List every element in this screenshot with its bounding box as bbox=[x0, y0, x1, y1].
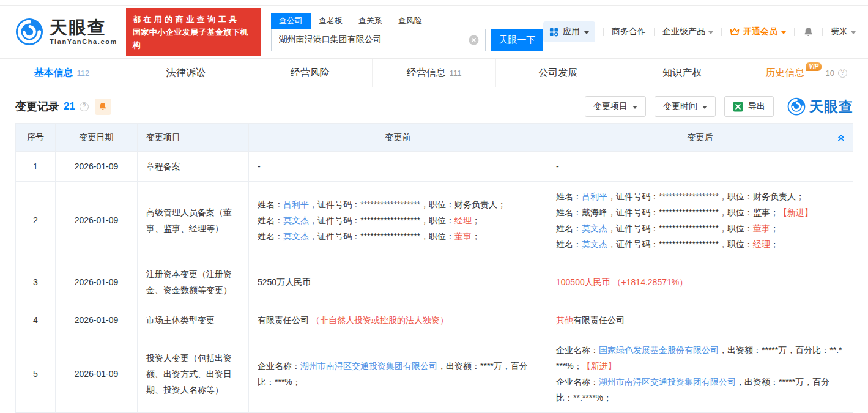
slogan-badge: 都在用的商业查询工具 国家中小企业发展子基金旗下机构 bbox=[126, 8, 261, 56]
cell-text: ，证件号码：******************，职位： bbox=[309, 215, 454, 225]
tab-label: 历史信息 bbox=[765, 67, 804, 80]
entity-link[interactable]: 国家绿色发展基金股份有限公司 bbox=[599, 345, 719, 355]
collapse-double-chevron-icon[interactable] bbox=[837, 133, 845, 142]
cell-text: 姓名： bbox=[258, 231, 283, 241]
cell-text: 5250万人民币 bbox=[258, 277, 311, 287]
col-header-item: 变更项目 bbox=[138, 124, 249, 152]
nav-enterprise-products[interactable]: 企业级产品 bbox=[662, 26, 713, 37]
cell-text: ； bbox=[770, 223, 779, 233]
brand-domain: TianYanCha.com bbox=[50, 38, 117, 45]
after-cell: 100500人民币 （+1814.28571%） bbox=[547, 259, 853, 305]
before-cell: 姓名：吕利平，证件号码：******************，职位：财务负责人；… bbox=[249, 182, 547, 259]
user-menu[interactable]: 费米 bbox=[831, 26, 856, 37]
cell-line: 企业名称：湖州市南浔区交通投资集团有限公司，出资额：*****万，百分比：**.… bbox=[556, 374, 844, 406]
notifications-bell[interactable] bbox=[803, 26, 814, 38]
change-date: 2026-01-09 bbox=[56, 305, 138, 335]
cell-line: 姓名：莫文杰，证件号码：******************，职位：董事； bbox=[556, 220, 844, 236]
cell-text: 姓名： bbox=[556, 239, 582, 249]
nav-divider bbox=[721, 28, 722, 36]
cell-line: 5250万人民币 bbox=[258, 274, 538, 290]
tab-company-development[interactable]: 公司发展 bbox=[495, 59, 620, 87]
filter-change-item-button[interactable]: 变更项目 bbox=[585, 96, 646, 117]
search-tab-relation[interactable]: 查关系 bbox=[351, 13, 390, 29]
site-header: 天眼查 TianYanCha.com 都在用的商业查询工具 国家中小企业发展子基… bbox=[0, 6, 868, 58]
apps-grid-icon bbox=[549, 28, 558, 37]
filter-change-time-button[interactable]: 变更时间 bbox=[655, 96, 716, 117]
cell-line: 其他有限责任公司 bbox=[556, 312, 844, 328]
entity-link[interactable]: 莫文杰 bbox=[582, 223, 607, 233]
cell-line: 姓名：莫文杰，证件号码：******************，职位：经理； bbox=[258, 212, 538, 228]
change-item: 投资人变更（包括出资额、出资方式、出资日期、投资人名称等） bbox=[138, 335, 249, 413]
cell-text: 姓名： bbox=[258, 215, 283, 225]
row-index: 4 bbox=[16, 305, 56, 335]
cell-line: - bbox=[556, 158, 844, 174]
change-item: 市场主体类型变更 bbox=[138, 305, 249, 335]
row-index: 1 bbox=[16, 152, 56, 182]
tab-intellectual-property[interactable]: 知识产权 bbox=[620, 59, 744, 87]
tab-label: 经营信息 bbox=[407, 67, 446, 80]
entity-link[interactable]: 吕利平 bbox=[582, 192, 607, 201]
entity-link[interactable]: 湖州市南浔区交通投资集团有限公司 bbox=[300, 361, 437, 371]
subscribe-bell-button[interactable] bbox=[95, 99, 111, 115]
change-item: 章程备案 bbox=[138, 152, 249, 182]
tab-label: 经营风险 bbox=[291, 67, 330, 80]
change-record-section-bar: 变更记录 21 ? 变更项目 变更时间 导出 天眼查 bbox=[0, 87, 868, 123]
search-tab-company[interactable]: 查公司 bbox=[271, 13, 311, 29]
tab-operating-info[interactable]: 经营信息 111 bbox=[372, 59, 496, 87]
chevron-down-icon bbox=[702, 106, 707, 109]
search-tabs: 查公司 查老板 查关系 查风险 bbox=[271, 13, 543, 29]
cell-text: 企业名称： bbox=[258, 361, 300, 371]
watermark-logo: 天眼查 bbox=[787, 97, 853, 116]
cell-line: 姓名：莫文杰，证件号码：******************，职位：董事； bbox=[258, 228, 538, 244]
cell-line: 有限责任公司 （非自然人投资或控股的法人独资） bbox=[258, 312, 538, 328]
entity-link[interactable]: 莫文杰 bbox=[582, 239, 607, 249]
chevron-down-icon bbox=[781, 31, 786, 34]
col-header-index: 序号 bbox=[16, 124, 56, 152]
tab-label: 公司发展 bbox=[538, 67, 577, 80]
excel-icon bbox=[733, 102, 743, 112]
section-count: 21 bbox=[64, 100, 75, 113]
entity-link[interactable]: 吕利平 bbox=[283, 199, 309, 209]
table-row: 12026-01-09章程备案-- bbox=[16, 152, 853, 182]
row-index: 2 bbox=[16, 182, 56, 259]
cell-text: ； bbox=[472, 231, 480, 241]
nav-divider bbox=[822, 28, 823, 36]
apps-menu[interactable]: 应用 bbox=[543, 21, 595, 42]
col-header-after-label: 变更后 bbox=[688, 132, 713, 142]
tianyancha-logo[interactable]: 天眼查 TianYanCha.com bbox=[15, 18, 117, 46]
cell-line: 100500人民币 （+1814.28571%） bbox=[556, 274, 844, 290]
tianyancha-logo-icon bbox=[787, 97, 806, 116]
nav-business-cooperation[interactable]: 商务合作 bbox=[612, 26, 646, 37]
section-toolbar: 变更项目 变更时间 导出 天眼查 bbox=[585, 96, 853, 117]
search-tab-risk[interactable]: 查风险 bbox=[390, 13, 430, 29]
nav-open-vip[interactable]: 开通会员 bbox=[730, 26, 786, 37]
username: 费米 bbox=[831, 26, 848, 37]
search-input[interactable] bbox=[278, 34, 469, 45]
search-tab-boss[interactable]: 查老板 bbox=[311, 13, 351, 29]
watermark-text: 天眼查 bbox=[809, 97, 853, 116]
search-area: 查公司 查老板 查关系 查风险 天眼一下 bbox=[271, 13, 543, 51]
cell-text: 有限责任公司 bbox=[258, 315, 311, 325]
tab-legal-proceedings[interactable]: 法律诉讼 bbox=[124, 59, 248, 87]
crown-icon bbox=[730, 28, 740, 36]
entity-link[interactable]: 湖州市南浔区交通投资集团有限公司 bbox=[599, 377, 736, 387]
entity-link[interactable]: 莫文杰 bbox=[283, 215, 309, 225]
help-icon[interactable]: ? bbox=[838, 69, 847, 78]
help-icon[interactable]: ? bbox=[80, 102, 89, 111]
cell-text: 企业名称： bbox=[556, 377, 599, 387]
search-input-box bbox=[271, 29, 486, 51]
cell-line: 姓名：吕利平，证件号码：******************，职位：财务负责人； bbox=[556, 188, 844, 204]
search-button[interactable]: 天眼一下 bbox=[491, 29, 543, 51]
cell-text: - bbox=[258, 162, 261, 171]
entity-link[interactable]: 莫文杰 bbox=[283, 231, 309, 241]
export-button[interactable]: 导出 bbox=[724, 96, 774, 117]
tab-basic-info[interactable]: 基本信息 112 bbox=[0, 59, 124, 87]
cell-text: 姓名： bbox=[556, 223, 582, 233]
slogan-line-1: 都在用的商业查询工具 bbox=[133, 13, 254, 26]
clear-icon[interactable] bbox=[469, 35, 479, 45]
tab-history-info[interactable]: 历史信息 VIP 10 ? bbox=[744, 59, 868, 87]
change-date: 2026-01-09 bbox=[56, 152, 138, 182]
change-item: 高级管理人员备案（董事、监事、经理等） bbox=[138, 182, 249, 259]
tab-operating-risk[interactable]: 经营风险 bbox=[248, 59, 372, 87]
change-date: 2026-01-09 bbox=[56, 259, 138, 305]
